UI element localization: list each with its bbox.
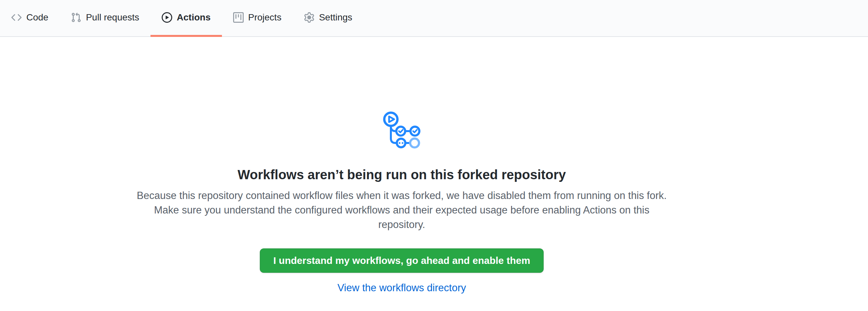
play-icon	[162, 12, 172, 23]
repo-tab-bar: Code Pull requests Actions Projects Sett…	[0, 0, 868, 37]
tab-label: Projects	[248, 12, 282, 23]
description-text: Because this repository contained workfl…	[132, 188, 672, 232]
workflows-directory-link[interactable]: View the workflows directory	[338, 282, 466, 293]
git-pull-request-icon	[71, 12, 81, 23]
page-title: Workflows aren’t being run on this forke…	[0, 167, 803, 183]
code-icon	[11, 12, 22, 23]
tab-label: Actions	[177, 12, 211, 23]
tab-label: Pull requests	[86, 12, 139, 23]
gear-icon	[304, 12, 314, 23]
tab-label: Settings	[319, 12, 352, 23]
tab-code[interactable]: Code	[0, 0, 60, 37]
tab-label: Code	[26, 12, 49, 23]
tab-projects[interactable]: Projects	[222, 0, 293, 37]
enable-workflows-button[interactable]: I understand my workflows, go ahead and …	[260, 248, 544, 273]
link-row: View the workflows directory	[0, 282, 803, 294]
tab-actions[interactable]: Actions	[151, 0, 222, 37]
workflow-graph-icon	[0, 111, 803, 150]
tab-pull-requests[interactable]: Pull requests	[60, 0, 151, 37]
project-icon	[233, 12, 244, 23]
tab-settings[interactable]: Settings	[293, 0, 364, 37]
actions-blankslate: Workflows aren’t being run on this forke…	[0, 111, 803, 294]
